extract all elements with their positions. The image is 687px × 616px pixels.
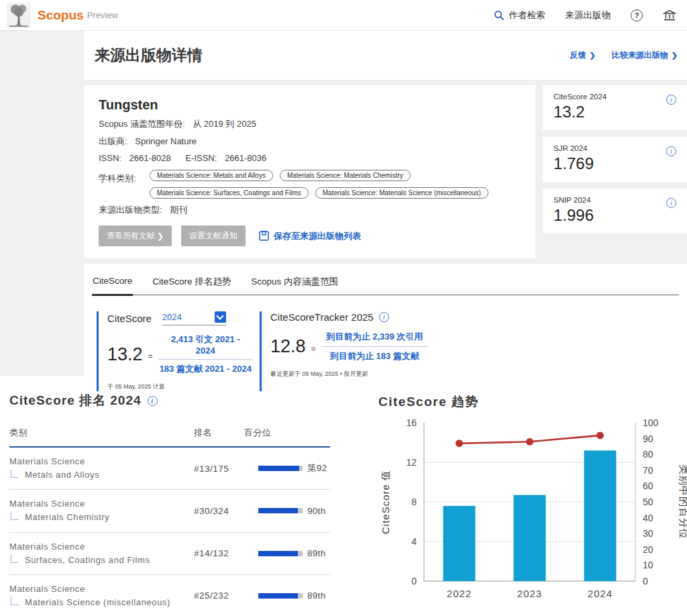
category-parent: Materials Science xyxy=(9,582,194,596)
category-cell: Materials ScienceMaterials Science (misc… xyxy=(9,582,194,609)
category-cell: Materials ScienceMetals and Alloys xyxy=(9,455,194,482)
search-icon xyxy=(494,10,505,21)
percentile-bar xyxy=(258,508,303,513)
coverage-line: Scopus 涵盖范围年份: 从 2019 到 2025 xyxy=(99,118,521,130)
help-button[interactable]: ? xyxy=(631,9,643,21)
svg-text:70: 70 xyxy=(643,465,653,476)
top-bar: Scopus Preview 作者检索 来源出版物 ? xyxy=(0,0,687,31)
title-band: 来源出版物详情 反馈 ❯ 比较来源出版物 ❯ xyxy=(84,31,687,80)
feedback-link[interactable]: 反馈 ❯ xyxy=(570,50,596,61)
info-icon[interactable]: i xyxy=(148,396,158,406)
svg-text:10: 10 xyxy=(643,560,653,570)
compare-sources-link[interactable]: 比较来源出版物 ❯ xyxy=(612,50,678,61)
citescore-tracker-panel: CiteScoreTracker 2025 i 12.8 = 到目前为止 2,3… xyxy=(260,311,428,391)
tree-elbow-icon xyxy=(11,469,19,478)
citescore-fraction: 2,413 引文 2021 - 2024 183 篇文献 2021 - 2024 xyxy=(158,333,253,375)
nav-sources[interactable]: 来源出版物 xyxy=(566,9,611,21)
document-count-link[interactable]: 183 篇文献 2021 - 2024 xyxy=(158,360,253,375)
journal-title: Tungsten xyxy=(99,97,521,113)
title-band-links: 反馈 ❯ 比较来源出版物 ❯ xyxy=(570,50,678,61)
svg-text:4: 4 xyxy=(411,536,417,547)
tab-coverage[interactable]: Scopus 内容涵盖范围 xyxy=(250,272,339,295)
help-icon: ? xyxy=(631,9,643,21)
subject-chip[interactable]: Materials Science: Materials Science (mi… xyxy=(315,187,488,199)
subject-chip[interactable]: Materials Science: Metals and Alloys xyxy=(150,170,273,181)
institution-button[interactable] xyxy=(663,9,676,21)
percentile-cell: 89th xyxy=(244,591,330,601)
percentile-bar xyxy=(258,466,303,471)
save-to-source-list-link[interactable]: 保存至来源出版物列表 xyxy=(259,230,361,242)
ranking-row: Materials ScienceMetals and Alloys#13/17… xyxy=(9,448,330,490)
svg-text:40: 40 xyxy=(643,513,653,523)
metric-card: CiteScore 202413.2i xyxy=(543,85,687,130)
svg-text:16: 16 xyxy=(406,417,417,428)
nav-author-search[interactable]: 作者检索 xyxy=(494,9,545,21)
tracker-update-date: 最近更新于 05 May, 2025 • 按月更新 xyxy=(270,370,428,378)
elsevier-tree-logo xyxy=(7,3,31,28)
ranking-table-header: 类别 排名 百分位 xyxy=(9,427,330,448)
metric-label: SNIP 2024 xyxy=(553,196,676,204)
year-dropdown-button[interactable] xyxy=(215,311,226,323)
category-parent: Materials Science xyxy=(9,497,194,511)
upper-section: 来源出版物详情 反馈 ❯ 比较来源出版物 ❯ Tungsten Scopus 涵… xyxy=(0,31,687,376)
subject-chips: Materials Science: Metals and AlloysMate… xyxy=(150,170,512,199)
citescore-year-select[interactable]: 2024 xyxy=(162,311,226,325)
svg-text:2022: 2022 xyxy=(447,588,472,599)
chevron-down-icon xyxy=(217,312,224,319)
percentile-cell: 89th xyxy=(244,548,330,558)
rank-value: #14/132 xyxy=(194,548,244,558)
svg-text:CiteScore 值: CiteScore 值 xyxy=(380,470,391,534)
source-type-line: 来源出版物类型: 期刊 xyxy=(99,204,521,216)
citescore-panel: CiteScore 2024 13.2 = 2,413 引文 2021 - 20 xyxy=(97,311,253,391)
category-child: Materials Science (miscellaneous) xyxy=(25,596,170,609)
tracker-citation-count-link[interactable]: 到目前为止 2,339 次引用 xyxy=(321,331,429,347)
view-all-documents-button[interactable]: 查看所有文献 ❯ xyxy=(99,225,172,246)
percentile-cell: 第92 xyxy=(244,462,330,474)
info-icon[interactable]: i xyxy=(379,312,389,322)
metric-value: 13.2 xyxy=(553,103,676,121)
percentile-bar xyxy=(258,551,303,556)
citescore-panel-title: CiteScore 2024 xyxy=(107,311,253,325)
ranking-table-body: Materials ScienceMetals and Alloys#13/17… xyxy=(9,448,330,616)
percentile-bar xyxy=(258,593,303,599)
citescore-trend-widget: CiteScore 趋势 048121601020304050607080901… xyxy=(339,387,687,616)
source-actions: 查看所有文献 ❯ 设置文献通知 保存至来源出版物列表 xyxy=(99,225,521,246)
subject-area-line: 学科类别: Materials Science: Metals and Allo… xyxy=(99,170,521,199)
percentile-label: 89th xyxy=(307,591,330,601)
tree-elbow-icon xyxy=(11,597,19,605)
page-title: 来源出版物详情 xyxy=(95,45,203,66)
tab-rank-trend[interactable]: CiteScore 排名趋势 xyxy=(152,272,231,295)
category-child: Metals and Alloys xyxy=(25,468,99,482)
tracker-document-count-link[interactable]: 到目前为止 183 篇文献 xyxy=(321,347,429,362)
subject-chip[interactable]: Materials Science: Materials Chemistry xyxy=(280,170,411,181)
metric-label: SJR 2024 xyxy=(553,144,676,152)
rank-value: #25/232 xyxy=(194,591,244,601)
trend-title: CiteScore 趋势 xyxy=(378,393,687,411)
tracker-fraction: 到目前为止 2,339 次引用 到目前为止 183 篇文献 xyxy=(321,331,429,362)
tab-citescore[interactable]: CiteScore xyxy=(92,272,133,295)
svg-text:0: 0 xyxy=(643,576,648,586)
svg-text:2023: 2023 xyxy=(517,588,542,599)
metric-label: CiteScore 2024 xyxy=(553,93,676,101)
subject-chip[interactable]: Materials Science: Surfaces, Coatings an… xyxy=(150,187,309,199)
citescore-value: 13.2 xyxy=(107,344,143,365)
citation-count-link[interactable]: 2,413 引文 2021 - 2024 xyxy=(158,333,253,360)
category-child: Surfaces, Coatings and Films xyxy=(25,554,150,567)
publisher-line: 出版商: Springer Nature xyxy=(99,136,521,148)
set-document-alert-button[interactable]: 设置文献通知 xyxy=(181,225,246,246)
rank-value: #13/175 xyxy=(194,464,244,474)
rank-value: #30/324 xyxy=(194,506,244,516)
brand-scopus[interactable]: Scopus xyxy=(38,8,84,23)
info-icon[interactable]: i xyxy=(666,146,676,156)
tab-bar: CiteScoreCiteScore 排名趋势Scopus 内容涵盖范围 xyxy=(92,272,679,295)
info-icon[interactable]: i xyxy=(666,198,676,208)
tabs-section: CiteScoreCiteScore 排名趋势Scopus 内容涵盖范围 Cit… xyxy=(84,264,687,376)
chevron-right-icon: ❯ xyxy=(157,232,164,241)
top-navigation: 作者检索 来源出版物 ? xyxy=(494,9,677,21)
metric-card: SJR 20241.769i xyxy=(543,137,687,182)
category-cell: Materials ScienceSurfaces, Coatings and … xyxy=(9,540,194,567)
tracker-equation: 12.8 = 到目前为止 2,339 次引用 到目前为止 183 篇文献 xyxy=(270,331,428,362)
info-icon[interactable]: i xyxy=(666,95,676,105)
tracker-panel-title: CiteScoreTracker 2025 i xyxy=(270,311,428,323)
ranking-row: Materials ScienceMaterials Science (misc… xyxy=(9,575,330,616)
